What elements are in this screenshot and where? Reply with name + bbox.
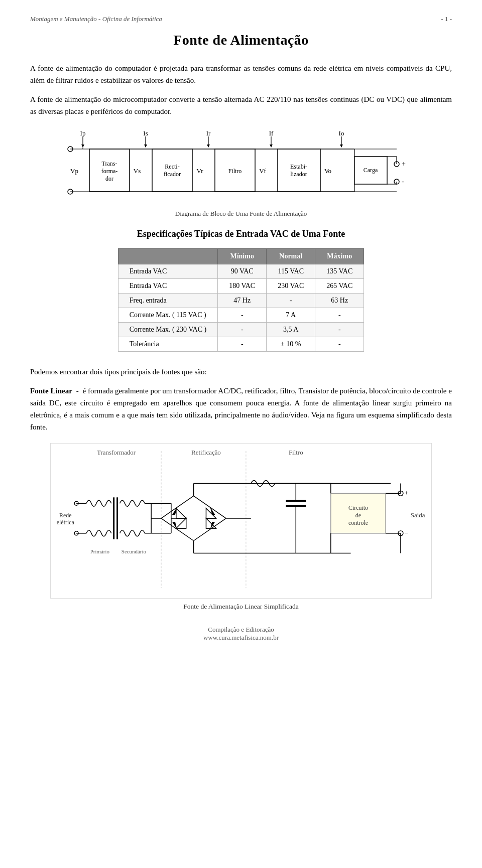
table-header-2: Normal	[267, 249, 315, 264]
svg-marker-8	[144, 144, 147, 148]
svg-line-89	[161, 496, 194, 518]
svg-marker-14	[340, 144, 343, 148]
svg-text:+: +	[405, 489, 408, 497]
table-header-1: Mínimo	[218, 249, 267, 264]
table-cell-5-0: Tolerância	[118, 337, 217, 352]
table-row: Corrente Max. ( 115 VAC )-7 A-	[118, 308, 364, 323]
intro-paragraph-1: A fonte de alimentação do computador é p…	[30, 62, 452, 86]
fonte-linear-para: Fonte Linear - é formada geralmente por …	[30, 385, 452, 433]
svg-text:Vf: Vf	[259, 167, 266, 175]
footer: Compilação e Editoração www.cura.metafis…	[30, 626, 452, 642]
block-diagram-container: Ip Is Ir If Io	[30, 126, 452, 207]
svg-text:Vp: Vp	[70, 167, 78, 175]
svg-text:Is: Is	[143, 129, 148, 137]
block-diagram-svg: Ip Is Ir If Io	[55, 126, 427, 207]
svg-text:elétrica: elétrica	[57, 519, 75, 526]
header-title: Montagem e Manutenção - Oficina de Infor…	[30, 15, 162, 23]
svg-marker-12	[270, 144, 273, 148]
svg-text:Circuito: Circuito	[348, 504, 368, 511]
fonte-linear-text: é formada geralmente por um transformado…	[30, 387, 452, 431]
svg-marker-76	[176, 508, 186, 518]
main-title: Fonte de Alimentação	[30, 32, 452, 48]
table-row: Tolerância-± 10 %-	[118, 337, 364, 352]
fonte-linear-intro: Podemos encontrar dois tipos principais …	[30, 366, 452, 378]
svg-text:Ir: Ir	[206, 129, 211, 137]
svg-text:Recti-: Recti-	[165, 163, 179, 170]
svg-text:ficador: ficador	[164, 171, 181, 178]
svg-text:forma-: forma-	[101, 168, 118, 175]
table-row: Corrente Max. ( 230 VAC )-3,5 A-	[118, 323, 364, 337]
table-cell-4-1: -	[218, 323, 267, 337]
table-cell-1-1: 180 VAC	[218, 279, 267, 294]
table-cell-1-0: Entrada VAC	[118, 279, 217, 294]
svg-text:Secundário: Secundário	[122, 548, 147, 554]
table-cell-2-2: -	[267, 294, 315, 308]
svg-text:Estabi-: Estabi-	[290, 163, 307, 170]
linear-diagram-container: Transformador Retificação Filtro Rede el…	[30, 443, 452, 599]
svg-text:lizador: lizador	[290, 171, 307, 178]
specs-table-wrapper: Mínimo Normal Máximo Entrada VAC90 VAC11…	[30, 248, 452, 352]
svg-text:Io: Io	[339, 129, 344, 137]
fonte-linear-label: Fonte Linear	[30, 387, 72, 395]
svg-text:Trans-: Trans-	[102, 160, 117, 167]
table-cell-0-2: 115 VAC	[267, 264, 315, 279]
table-cell-3-3: -	[315, 308, 364, 323]
svg-text:If: If	[269, 129, 274, 137]
svg-marker-91	[210, 507, 215, 515]
footer-line2: www.cura.metafisica.nom.br	[30, 634, 452, 642]
specs-title: Especificações Típicas de Entrada VAC de…	[30, 229, 452, 239]
diagram-caption: Diagrama de Bloco de Uma Fonte de Alimen…	[30, 210, 452, 218]
page-number: - 1 -	[441, 15, 452, 23]
svg-text:de: de	[355, 512, 361, 519]
table-cell-0-1: 90 VAC	[218, 264, 267, 279]
intro-paragraph-2: A fonte de alimentação do microcomputado…	[30, 93, 452, 117]
table-cell-3-2: 7 A	[267, 308, 315, 323]
svg-text:Carga: Carga	[364, 167, 378, 174]
table-cell-2-1: 47 Hz	[218, 294, 267, 308]
linear-diagram-caption: Fonte de Alimentação Linear Simplificada	[30, 603, 452, 611]
svg-marker-80	[176, 518, 186, 528]
svg-text:Vs: Vs	[134, 167, 141, 175]
svg-text:-: -	[402, 178, 404, 185]
table-cell-1-3: 265 VAC	[315, 279, 364, 294]
svg-text:Saída: Saída	[411, 511, 425, 519]
svg-marker-10	[207, 144, 210, 148]
table-cell-4-2: 3,5 A	[267, 323, 315, 337]
table-cell-0-0: Entrada VAC	[118, 264, 217, 279]
svg-text:Primário: Primário	[90, 548, 110, 554]
table-row: Entrada VAC180 VAC230 VAC265 VAC	[118, 279, 364, 294]
svg-text:−: −	[405, 529, 408, 537]
svg-marker-6	[81, 144, 84, 148]
svg-text:Retificação: Retificação	[191, 449, 221, 456]
svg-text:dor: dor	[105, 175, 113, 182]
table-cell-5-3: -	[315, 337, 364, 352]
table-cell-5-1: -	[218, 337, 267, 352]
specs-table: Mínimo Normal Máximo Entrada VAC90 VAC11…	[118, 248, 365, 352]
table-cell-2-3: 63 Hz	[315, 294, 364, 308]
table-cell-4-3: -	[315, 323, 364, 337]
fonte-linear-dash: -	[76, 387, 81, 395]
footer-line1: Compilação e Editoração	[30, 626, 452, 634]
svg-text:Vo: Vo	[324, 167, 331, 175]
table-row: Entrada VAC90 VAC115 VAC135 VAC	[118, 264, 364, 279]
table-header-0	[118, 249, 217, 264]
svg-text:Ip: Ip	[80, 129, 86, 137]
svg-text:Rede: Rede	[59, 512, 71, 519]
table-cell-0-3: 135 VAC	[315, 264, 364, 279]
linear-diagram-svg: Transformador Retificação Filtro Rede el…	[50, 443, 432, 599]
table-cell-4-0: Corrente Max. ( 230 VAC )	[118, 323, 217, 337]
svg-text:Filtro: Filtro	[228, 168, 242, 175]
table-cell-3-1: -	[218, 308, 267, 323]
svg-line-86	[194, 496, 226, 518]
svg-text:Vr: Vr	[197, 167, 204, 175]
table-cell-3-0: Corrente Max. ( 115 VAC )	[118, 308, 217, 323]
table-row: Freq. entrada47 Hz-63 Hz	[118, 294, 364, 308]
svg-text:Filtro: Filtro	[289, 449, 303, 456]
svg-line-88	[161, 518, 194, 541]
svg-text:Transformador: Transformador	[97, 449, 136, 456]
svg-text:controle: controle	[348, 519, 368, 526]
svg-text:+: +	[402, 160, 406, 168]
table-cell-1-2: 230 VAC	[267, 279, 315, 294]
table-header-3: Máximo	[315, 249, 364, 264]
table-cell-5-2: ± 10 %	[267, 337, 315, 352]
